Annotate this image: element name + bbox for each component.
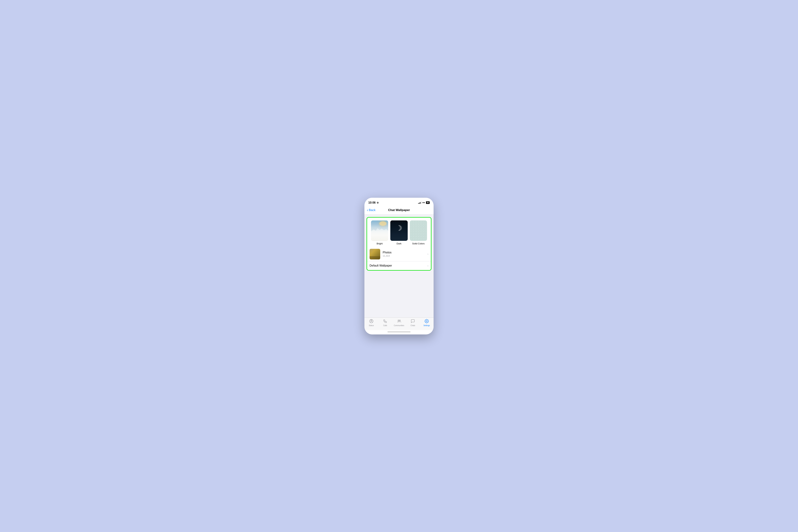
gray-area bbox=[364, 273, 434, 318]
communities-tab-icon bbox=[397, 319, 401, 324]
settings-tab-icon bbox=[424, 319, 429, 324]
back-button[interactable]: ‹ Back bbox=[367, 208, 375, 212]
wifi-icon: ▾▾ bbox=[422, 201, 425, 204]
photos-row[interactable]: Photos 11,314 › bbox=[367, 247, 431, 261]
photos-count: 11,314 bbox=[383, 254, 428, 257]
svg-point-4 bbox=[426, 321, 427, 322]
tab-bar: Status Calls Communities bbox=[364, 318, 434, 330]
status-left: 10:06 bbox=[368, 201, 378, 204]
tab-status[interactable]: Status bbox=[364, 319, 378, 326]
tab-chats[interactable]: Chats bbox=[406, 319, 420, 326]
signal-bars-icon bbox=[418, 202, 421, 204]
solid-label: Solid Colors bbox=[412, 242, 424, 245]
dark-label: Dark bbox=[397, 242, 401, 245]
photos-info: Photos 11,314 bbox=[383, 251, 428, 257]
status-bar: 10:06 ▾▾ 95 bbox=[364, 198, 434, 207]
settings-tab-label: Settings bbox=[423, 324, 430, 326]
back-label: Back bbox=[369, 208, 376, 212]
status-time: 10:06 bbox=[368, 201, 376, 204]
dark-stars bbox=[390, 221, 407, 241]
back-chevron-icon: ‹ bbox=[367, 208, 368, 212]
solid-thumbnail bbox=[410, 221, 427, 241]
battery-badge: 95 bbox=[426, 201, 430, 204]
tab-communities[interactable]: Communities bbox=[392, 319, 406, 326]
main-content: Bright Dark Solid Colors Photos bbox=[364, 217, 434, 318]
chats-tab-label: Chats bbox=[411, 324, 415, 326]
home-indicator bbox=[364, 330, 434, 335]
tab-settings[interactable]: Settings bbox=[420, 319, 434, 326]
dark-thumbnail bbox=[390, 221, 407, 241]
tab-calls[interactable]: Calls bbox=[378, 319, 392, 326]
photos-title: Photos bbox=[383, 251, 428, 254]
wallpaper-item-bright[interactable]: Bright bbox=[371, 221, 388, 245]
home-bar bbox=[387, 331, 411, 332]
bright-label: Bright bbox=[377, 242, 383, 245]
bright-thumbnail bbox=[371, 221, 388, 241]
wallpaper-item-solid[interactable]: Solid Colors bbox=[410, 221, 427, 245]
default-wallpaper-label: Default Wallpaper bbox=[369, 264, 428, 267]
status-indicator-icon bbox=[377, 202, 378, 203]
default-chevron-icon: › bbox=[428, 264, 429, 268]
highlighted-section: Bright Dark Solid Colors Photos bbox=[366, 217, 432, 271]
svg-point-1 bbox=[371, 320, 372, 321]
calls-tab-label: Calls bbox=[383, 324, 387, 326]
calls-tab-icon bbox=[383, 319, 387, 324]
status-tab-label: Status bbox=[369, 324, 374, 326]
photos-thumbnail bbox=[369, 249, 380, 260]
default-wallpaper-row[interactable]: Default Wallpaper › bbox=[367, 261, 431, 270]
communities-tab-label: Communities bbox=[394, 324, 404, 326]
page-title: Chat Wallpaper bbox=[388, 208, 410, 212]
navigation-bar: ‹ Back Chat Wallpaper bbox=[364, 207, 434, 214]
phone-frame: 10:06 ▾▾ 95 ‹ Back Chat Wallpaper Bright bbox=[364, 198, 434, 335]
svg-point-2 bbox=[398, 320, 399, 321]
wallpaper-grid: Bright Dark Solid Colors bbox=[367, 217, 431, 247]
status-tab-icon bbox=[369, 319, 374, 324]
svg-point-3 bbox=[399, 320, 400, 321]
wallpaper-item-dark[interactable]: Dark bbox=[390, 221, 407, 245]
chats-tab-icon bbox=[411, 319, 415, 324]
status-icons: ▾▾ 95 bbox=[418, 201, 430, 204]
photos-chevron-icon: › bbox=[428, 252, 429, 256]
